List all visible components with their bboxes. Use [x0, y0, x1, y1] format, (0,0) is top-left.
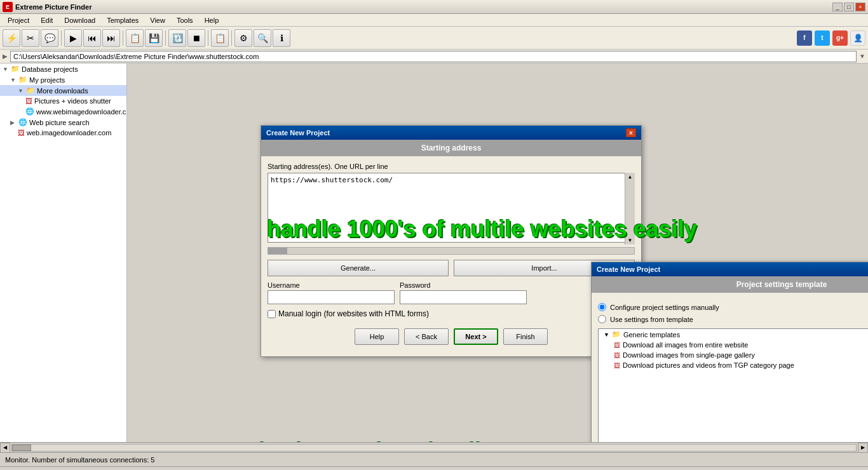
tree-my-projects-label: My projects	[29, 76, 65, 84]
manual-login-label: Manual login (for websites with HTML for…	[278, 309, 429, 318]
right-panel: handle 1000's of multile websites easily…	[127, 64, 868, 442]
dialog1-close-btn[interactable]: ×	[626, 128, 636, 137]
maximize-btn[interactable]: □	[844, 3, 854, 11]
username-group: Username	[268, 281, 395, 304]
toolbar-prev[interactable]: ⏮	[83, 29, 101, 47]
tree-item-1[interactable]: 🖼 Download images from single-page galle…	[599, 350, 868, 360]
img-icon1: 🖼	[25, 97, 32, 105]
dialog1-finish-btn[interactable]: Finish	[503, 328, 548, 345]
address-arrow: ▶	[3, 53, 8, 60]
tree-web-imagedownloader[interactable]: 🖼 web.imagedownloader.com	[0, 128, 126, 138]
radio1-input[interactable]	[598, 303, 606, 311]
tree-webimagedownloader[interactable]: 🌐 www.webimagedownloader.c	[0, 106, 126, 117]
expand-icon3: ▼	[18, 88, 24, 94]
toolbar-search[interactable]: 🔍	[254, 29, 271, 47]
dialog-create-project-1: Create New Project × Starting address St…	[261, 125, 642, 357]
twitter-icon[interactable]: t	[815, 30, 830, 46]
template-tree: ▼ 📁 Generic templates 🖼 Download all ima…	[598, 328, 868, 442]
monitor-bar: Monitor. Number of simultaneous connecti…	[0, 452, 868, 466]
dialog1-help-btn[interactable]: Help	[355, 328, 399, 345]
folder-icon3: 📁	[26, 86, 35, 95]
menu-help[interactable]: Help	[200, 15, 224, 25]
scroll-down-icon[interactable]: ▼	[628, 238, 633, 243]
tree-item-0[interactable]: 🖼 Download all images from entire websit…	[599, 340, 868, 350]
address-bar: ▶ ▼	[0, 50, 868, 64]
menu-download[interactable]: Download	[59, 15, 100, 25]
minimize-btn[interactable]: _	[832, 3, 843, 11]
facebook-icon[interactable]: f	[797, 30, 812, 46]
dialog2-title: Create New Project	[597, 265, 660, 273]
app-icon: E	[3, 2, 13, 12]
toolbar-clipboard[interactable]: 📋	[126, 29, 144, 47]
manual-login-row: Manual login (for websites with HTML for…	[268, 309, 635, 318]
tree-root-label: Generic templates	[623, 331, 680, 339]
dialog1-buttons: Help < Back Next > Finish	[268, 323, 635, 350]
menu-project[interactable]: Project	[3, 15, 34, 25]
radio2-input[interactable]	[598, 315, 606, 323]
password-input[interactable]	[400, 290, 527, 304]
img-icon-t3: 🖼	[614, 362, 620, 369]
main-area: ▼ 📁 Database projects ▼ 📁 My projects ▼ …	[0, 64, 868, 442]
tree-generic-root[interactable]: ▼ 📁 Generic templates	[599, 329, 868, 340]
dialog1-header: Starting address	[261, 140, 641, 156]
dialog1-title: Create New Project	[266, 129, 330, 137]
dialog1-title-bar: Create New Project ×	[261, 126, 641, 140]
toolbar-copy[interactable]: 📋	[211, 29, 229, 47]
dialog1-back-btn[interactable]: < Back	[404, 328, 449, 345]
scroll-left-btn[interactable]: ◀	[0, 443, 10, 453]
menu-edit[interactable]: Edit	[36, 15, 58, 25]
expand-icon4: ▶	[10, 119, 17, 126]
scroll-up-icon[interactable]: ▲	[628, 174, 633, 180]
username-input[interactable]	[268, 290, 395, 304]
toolbar-new[interactable]: ⚡	[3, 29, 20, 47]
dialog1-next-btn[interactable]: Next >	[454, 328, 498, 345]
menu-tools[interactable]: Tools	[172, 15, 198, 25]
title-bar-left: E Extreme Picture Finder	[3, 2, 92, 12]
tree-item-2[interactable]: 🖼 Download pictures and videos from TGP …	[599, 360, 868, 370]
expand-icon: ▼	[3, 66, 9, 72]
toolbar-info[interactable]: ℹ	[273, 29, 290, 47]
tree-database-projects[interactable]: ▼ 📁 Database projects	[0, 64, 126, 74]
dialog1-url-label: Starting address(es). One URL per line	[268, 163, 635, 170]
dialog2-header: Project settings template	[592, 276, 868, 293]
gplus-icon[interactable]: g+	[832, 30, 848, 46]
toolbar-sep2	[123, 30, 123, 46]
scroll-thumb[interactable]	[12, 445, 31, 451]
tree-item-2-label: Download pictures and videos from TGP ca…	[623, 361, 794, 369]
dialog1-url-textarea[interactable]: https://www.shutterstock.com/	[268, 173, 635, 243]
tree-more-downloads[interactable]: ▼ 📁 More downloads	[0, 85, 126, 96]
folder-icon-t: 📁	[612, 330, 621, 339]
close-btn[interactable]: ×	[855, 3, 865, 11]
app-title: Extreme Picture Finder	[15, 3, 92, 11]
email-icon[interactable]: 👤	[850, 30, 865, 46]
toolbar-cut[interactable]: ✂	[22, 29, 39, 47]
tree-item-1-label: Download images from single-page gallery	[623, 351, 755, 359]
menu-view[interactable]: View	[145, 15, 170, 25]
toolbar-comment[interactable]: 💬	[41, 29, 58, 47]
manual-login-checkbox[interactable]	[268, 310, 276, 318]
menu-templates[interactable]: Templates	[102, 15, 144, 25]
title-bar: E Extreme Picture Finder _ □ ×	[0, 0, 868, 14]
tree-web-picture-search[interactable]: ▶ 🌐 Web picture search	[0, 117, 126, 128]
radio1-label: Configure project settings manually	[610, 304, 719, 311]
toolbar-stop[interactable]: ⏹	[187, 29, 205, 47]
toolbar-play[interactable]: ▶	[64, 29, 82, 47]
address-input[interactable]	[10, 51, 857, 62]
toolbar-settings[interactable]: ⚙	[234, 29, 252, 47]
tree-my-projects[interactable]: ▼ 📁 My projects	[0, 74, 126, 85]
toolbar-save[interactable]: 💾	[145, 29, 163, 47]
monitor-text: Monitor. Number of simultaneous connecti…	[5, 456, 154, 464]
horizontal-scrollbar: ◀ ▶	[0, 442, 868, 452]
globe-icon2: 🌐	[18, 118, 27, 126]
window-controls[interactable]: _ □ ×	[832, 3, 865, 11]
scroll-right-btn[interactable]: ▶	[858, 443, 868, 453]
img-icon-t2: 🖼	[614, 352, 620, 359]
social-icons: f t g+ 👤	[797, 30, 865, 46]
toolbar-sep5	[231, 30, 232, 46]
toolbar-next[interactable]: ⏭	[102, 29, 120, 47]
toolbar: ⚡ ✂ 💬 ▶ ⏮ ⏭ 📋 💾 🔃 ⏹ 📋 ⚙ 🔍 ℹ f t g+ 👤	[0, 27, 868, 50]
tree-pictures-videos[interactable]: 🖼 Pictures + videos shutter	[0, 96, 126, 106]
toolbar-refresh[interactable]: 🔃	[168, 29, 186, 47]
scroll-track[interactable]	[11, 444, 857, 452]
generate-btn[interactable]: Generate...	[268, 260, 449, 276]
